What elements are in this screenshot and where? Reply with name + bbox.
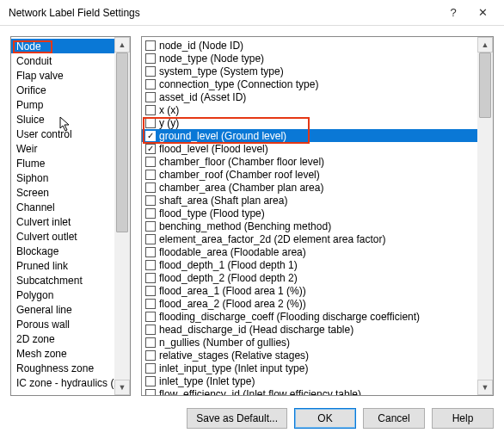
category-item[interactable]: Pruned link bbox=[11, 258, 114, 273]
checkbox[interactable] bbox=[145, 195, 156, 206]
category-item[interactable]: Polygon bbox=[11, 288, 114, 302]
field-item[interactable]: flood_level (Flood level) bbox=[142, 142, 477, 155]
cancel-button[interactable]: Cancel bbox=[363, 408, 425, 429]
category-item[interactable]: Blockage bbox=[11, 244, 114, 258]
field-item[interactable]: asset_id (Asset ID) bbox=[142, 90, 477, 103]
scroll-down-icon[interactable]: ▼ bbox=[477, 380, 493, 395]
field-item[interactable]: shaft_area (Shaft plan area) bbox=[142, 194, 477, 207]
checkbox[interactable] bbox=[145, 325, 156, 335]
category-item[interactable]: Porous wall bbox=[11, 317, 114, 331]
scroll-track[interactable] bbox=[114, 53, 130, 380]
scroll-down-icon[interactable]: ▼ bbox=[114, 380, 130, 395]
field-item[interactable]: system_type (System type) bbox=[142, 65, 477, 77]
field-item[interactable]: flow_efficiency_id (Inlet flow efficienc… bbox=[142, 387, 477, 395]
scroll-up-icon[interactable]: ▲ bbox=[477, 37, 493, 53]
right-scrollbar[interactable]: ▲ ▼ bbox=[477, 37, 493, 395]
field-item[interactable]: chamber_roof (Chamber roof level) bbox=[142, 168, 477, 181]
category-item[interactable]: Culvert inlet bbox=[11, 214, 114, 229]
category-item[interactable]: Channel bbox=[11, 200, 114, 214]
checkbox[interactable] bbox=[145, 221, 156, 232]
checkbox[interactable] bbox=[145, 131, 156, 141]
left-scrollbar[interactable]: ▲ ▼ bbox=[114, 37, 130, 395]
category-item[interactable]: User control bbox=[11, 127, 114, 141]
scroll-track[interactable] bbox=[477, 53, 493, 380]
field-item[interactable]: connection_type (Connection type) bbox=[142, 77, 477, 90]
save-default-button[interactable]: Save as Default... bbox=[187, 408, 287, 429]
checkbox[interactable] bbox=[145, 247, 156, 257]
field-item[interactable]: element_area_factor_2d (2D element area … bbox=[142, 232, 477, 245]
category-item[interactable]: Siphon bbox=[11, 170, 114, 185]
checkbox[interactable] bbox=[145, 66, 156, 77]
category-item[interactable]: Mesh zone bbox=[11, 346, 114, 361]
checkbox[interactable] bbox=[145, 337, 156, 348]
checkbox[interactable] bbox=[145, 350, 156, 361]
checkbox[interactable] bbox=[145, 299, 156, 309]
category-item[interactable]: Orifice bbox=[11, 83, 114, 97]
category-item[interactable]: Weir bbox=[11, 141, 114, 156]
field-item[interactable]: benching_method (Benching method) bbox=[142, 220, 477, 232]
category-item[interactable]: Conduit bbox=[11, 53, 114, 68]
field-item[interactable]: chamber_floor (Chamber floor level) bbox=[142, 155, 477, 168]
category-item[interactable]: Screen bbox=[11, 185, 114, 200]
help-button[interactable]: Help bbox=[432, 408, 494, 429]
help-button[interactable]: ? bbox=[439, 0, 468, 25]
field-item[interactable]: floodable_area (Floodable area) bbox=[142, 245, 477, 258]
field-item[interactable]: chamber_area (Chamber plan area) bbox=[142, 181, 477, 194]
category-item[interactable]: IC zone - hydraulics (2D) bbox=[11, 375, 114, 390]
category-item[interactable]: Roughness zone bbox=[11, 361, 114, 375]
scroll-thumb[interactable] bbox=[116, 53, 128, 232]
checkbox[interactable] bbox=[145, 286, 156, 296]
checkbox[interactable] bbox=[145, 157, 156, 167]
checkbox[interactable] bbox=[145, 92, 156, 102]
field-item[interactable]: inlet_input_type (Inlet input type) bbox=[142, 362, 477, 374]
checkbox[interactable] bbox=[145, 260, 156, 270]
field-item[interactable]: x (x) bbox=[142, 103, 477, 116]
category-item[interactable]: Subcatchment bbox=[11, 273, 114, 288]
field-item[interactable]: head_discharge_id (Head discharge table) bbox=[142, 323, 477, 336]
field-item[interactable]: flood_depth_1 (Flood depth 1) bbox=[142, 258, 477, 271]
close-button[interactable]: ✕ bbox=[468, 0, 497, 25]
field-label: flow_efficiency_id (Inlet flow efficienc… bbox=[159, 388, 361, 396]
scroll-thumb[interactable] bbox=[479, 53, 491, 118]
checkbox[interactable] bbox=[145, 182, 156, 193]
checkbox[interactable] bbox=[145, 170, 156, 180]
checkbox[interactable] bbox=[145, 118, 156, 128]
scroll-up-icon[interactable]: ▲ bbox=[114, 37, 130, 53]
category-item[interactable]: General line bbox=[11, 302, 114, 317]
checkbox[interactable] bbox=[145, 208, 156, 219]
field-item[interactable]: node_type (Node type) bbox=[142, 52, 477, 65]
fields-list[interactable]: node_id (Node ID)node_type (Node type)sy… bbox=[142, 37, 477, 395]
category-list[interactable]: NodeConduitFlap valveOrificePumpSluiceUs… bbox=[11, 37, 114, 395]
field-item[interactable]: n_gullies (Number of gullies) bbox=[142, 336, 477, 349]
checkbox[interactable] bbox=[145, 144, 156, 154]
checkbox[interactable] bbox=[145, 376, 156, 386]
category-item[interactable]: Sluice bbox=[11, 112, 114, 127]
category-item[interactable]: Culvert outlet bbox=[11, 229, 114, 244]
field-item[interactable]: ground_level (Ground level) bbox=[142, 129, 477, 142]
category-item[interactable]: 2D zone bbox=[11, 331, 114, 346]
field-item[interactable]: relative_stages (Relative stages) bbox=[142, 349, 477, 362]
checkbox[interactable] bbox=[145, 312, 156, 322]
field-item[interactable]: node_id (Node ID) bbox=[142, 39, 477, 52]
field-item[interactable]: flood_area_2 (Flood area 2 (%)) bbox=[142, 297, 477, 310]
category-item[interactable]: Flap valve bbox=[11, 68, 114, 83]
field-item[interactable]: flooding_discharge_coeff (Flooding disch… bbox=[142, 310, 477, 323]
field-item[interactable]: inlet_type (Inlet type) bbox=[142, 374, 477, 387]
field-item[interactable]: flood_type (Flood type) bbox=[142, 207, 477, 220]
field-item[interactable]: flood_depth_2 (Flood depth 2) bbox=[142, 271, 477, 284]
checkbox[interactable] bbox=[145, 234, 156, 244]
checkbox[interactable] bbox=[145, 40, 156, 51]
field-item[interactable]: y (y) bbox=[142, 116, 477, 129]
field-item[interactable]: flood_area_1 (Flood area 1 (%)) bbox=[142, 284, 477, 297]
checkbox[interactable] bbox=[145, 105, 156, 115]
category-item[interactable]: Flume bbox=[11, 156, 114, 170]
checkbox[interactable] bbox=[145, 389, 156, 396]
category-item[interactable]: Node bbox=[11, 39, 114, 53]
field-label: asset_id (Asset ID) bbox=[159, 91, 246, 103]
checkbox[interactable] bbox=[145, 79, 156, 90]
category-item[interactable]: Pump bbox=[11, 97, 114, 112]
ok-button[interactable]: OK bbox=[294, 408, 356, 429]
checkbox[interactable] bbox=[145, 273, 156, 283]
checkbox[interactable] bbox=[145, 53, 156, 64]
checkbox[interactable] bbox=[145, 363, 156, 374]
